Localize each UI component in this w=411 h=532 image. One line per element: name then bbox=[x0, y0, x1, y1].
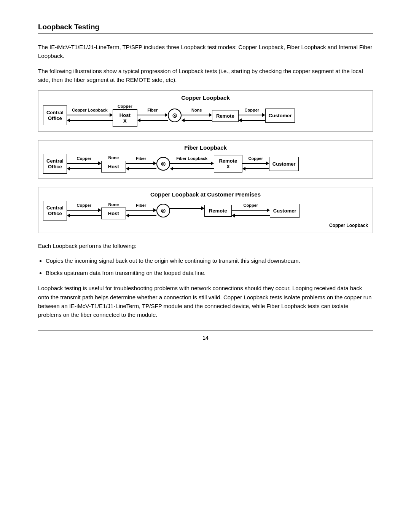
diag1-seg1-rev bbox=[67, 118, 113, 122]
diag3-seg1-rev bbox=[67, 214, 101, 217]
diag3-seg3-fwd bbox=[170, 206, 204, 210]
footer-rule bbox=[38, 331, 373, 331]
diag2-central-office: CentralOffice bbox=[43, 154, 67, 174]
diag2-seg4: Copper bbox=[242, 156, 269, 171]
copper-loopback-diagram: Copper Loopback CentralOffice Copper Loo… bbox=[38, 90, 373, 132]
diag1-seg3: None bbox=[182, 108, 212, 123]
diag2-none-label: None bbox=[108, 155, 119, 160]
diag3-seg2-rev bbox=[126, 214, 156, 217]
diag1-title: Copper Loopback bbox=[43, 94, 368, 101]
diag1-seg4-rev bbox=[239, 118, 265, 122]
diag1-seg3-top-label: None bbox=[182, 108, 212, 112]
diag1-central-office: CentralOffice bbox=[43, 105, 67, 125]
fiber-loopback-diagram: Fiber Loopback CentralOffice Copper None… bbox=[38, 140, 373, 179]
diag3-seg2: Fiber bbox=[126, 203, 156, 218]
diag1-customer: Customer bbox=[265, 109, 295, 123]
diag3-none-label: None bbox=[108, 202, 119, 207]
diag2-host-wrap: None Host bbox=[101, 155, 126, 173]
diag2-seg4-rev bbox=[242, 167, 269, 171]
diag2-seg1: Copper bbox=[67, 156, 101, 171]
diag3-remote-wrap: Remote bbox=[204, 205, 232, 217]
diag2-seg3-top-label: Fiber Loopback bbox=[170, 156, 214, 161]
diag2-seg3-rev bbox=[170, 167, 214, 171]
diag3-title: Copper Loopback at Customer Premises bbox=[43, 191, 368, 198]
diag2-seg1-fwd bbox=[67, 161, 101, 165]
diag2-title: Fiber Loopback bbox=[43, 144, 368, 151]
diag1-seg3-fwd bbox=[182, 113, 212, 117]
diag1-symbol: ⊗ bbox=[168, 109, 182, 122]
diag3-seg3 bbox=[170, 206, 204, 216]
diag1-seg4-top-label: Copper bbox=[239, 108, 265, 112]
diag3-seg1-fwd bbox=[67, 208, 101, 212]
diag2-seg3: Fiber Loopback bbox=[170, 156, 214, 171]
diag2-content: CentralOffice Copper None Host Fiber bbox=[43, 154, 368, 174]
diag2-remote-wrap: RemoteX bbox=[214, 155, 242, 173]
diag2-seg4-top-label: Copper bbox=[242, 156, 269, 161]
diag1-seg2-top-label: Fiber bbox=[137, 108, 168, 112]
diag3-seg4-top-label: Copper bbox=[232, 203, 270, 208]
diag1-copper-label: Copper bbox=[118, 104, 132, 109]
diag1-symbol-wrap: ⊗ bbox=[168, 109, 182, 122]
diag2-seg1-top-label: Copper bbox=[67, 156, 101, 161]
diag1-host: HostX bbox=[113, 109, 137, 127]
diag1-seg4: Copper bbox=[239, 108, 265, 123]
diag1-host-wrap: Copper HostX bbox=[113, 104, 137, 127]
diag2-seg2-fwd bbox=[126, 161, 156, 165]
diag1-content: CentralOffice Copper Loopback Copper Hos… bbox=[43, 104, 368, 127]
diag3-seg4: Copper bbox=[232, 203, 270, 218]
diag2-seg2-top-label: Fiber bbox=[126, 156, 156, 161]
diag1-seg2-rev bbox=[137, 118, 168, 122]
para3: Each Loopback performs the following: bbox=[38, 241, 373, 250]
diag3-seg2-top-label: Fiber bbox=[126, 203, 156, 208]
diag3-seg1: Copper bbox=[67, 203, 101, 218]
diag3-central-office: CentralOffice bbox=[43, 201, 67, 220]
diag3-seg4-rev bbox=[232, 214, 270, 217]
diag3-symbol-wrap: ⊗ bbox=[156, 204, 170, 217]
diag2-seg2-rev bbox=[126, 167, 156, 171]
diag3-symbol: ⊗ bbox=[156, 204, 170, 217]
para4: Loopback testing is useful for troublesh… bbox=[38, 284, 373, 319]
para1: The IE-iMcV-T1/E1/J1-LineTerm, TP/SFP in… bbox=[38, 43, 373, 61]
diag1-remote: Remote bbox=[212, 110, 239, 122]
diag3-host-wrap: None Host bbox=[101, 202, 126, 219]
diag1-remote-wrap: Remote bbox=[212, 109, 239, 122]
page-title: Loopback Testing bbox=[38, 23, 373, 31]
diag1-seg1-top-label: Copper Loopback bbox=[67, 108, 113, 112]
copper-loopback-customer-diagram: Copper Loopback at Customer Premises Cen… bbox=[38, 187, 373, 233]
diag3-host: Host bbox=[101, 208, 126, 219]
diag1-seg1-fwd bbox=[67, 113, 113, 117]
diag3-customer: Customer bbox=[270, 204, 300, 218]
diag3-remote: Remote bbox=[204, 205, 232, 217]
diag3-content: CentralOffice Copper None Host Fiber bbox=[43, 201, 368, 220]
diag2-seg3-fwd bbox=[170, 161, 214, 165]
diag1-seg2: Fiber bbox=[137, 108, 168, 123]
diag3-bottom-label: Copper Loopback bbox=[43, 223, 368, 228]
diag2-symbol: ⊗ bbox=[156, 157, 170, 171]
title-rule bbox=[38, 34, 373, 34]
page-number: 14 bbox=[38, 335, 373, 341]
diag1-seg4-fwd bbox=[239, 113, 265, 117]
para2: The following illustrations show a typic… bbox=[38, 67, 373, 85]
diag2-seg1-rev bbox=[67, 167, 101, 171]
diag1-seg2-fwd bbox=[137, 113, 168, 117]
diag2-customer: Customer bbox=[269, 157, 299, 171]
diag2-seg2: Fiber bbox=[126, 156, 156, 171]
bullet-item-2: Blocks upstream data from transmitting o… bbox=[46, 268, 373, 278]
bullet-item-1: Copies the incoming signal back out to t… bbox=[46, 256, 373, 265]
diag2-symbol-wrap: ⊗ bbox=[156, 157, 170, 171]
diag2-remote: RemoteX bbox=[214, 155, 242, 173]
diag2-seg4-fwd bbox=[242, 161, 269, 165]
diag2-host: Host bbox=[101, 161, 126, 173]
diag3-seg2-fwd bbox=[126, 208, 156, 212]
diag3-seg4-fwd bbox=[232, 208, 270, 212]
diag1-seg1: Copper Loopback bbox=[67, 108, 113, 123]
diag3-seg1-top-label: Copper bbox=[67, 203, 101, 208]
diag1-seg3-rev bbox=[182, 118, 212, 122]
bullet-list: Copies the incoming signal back out to t… bbox=[46, 256, 373, 278]
